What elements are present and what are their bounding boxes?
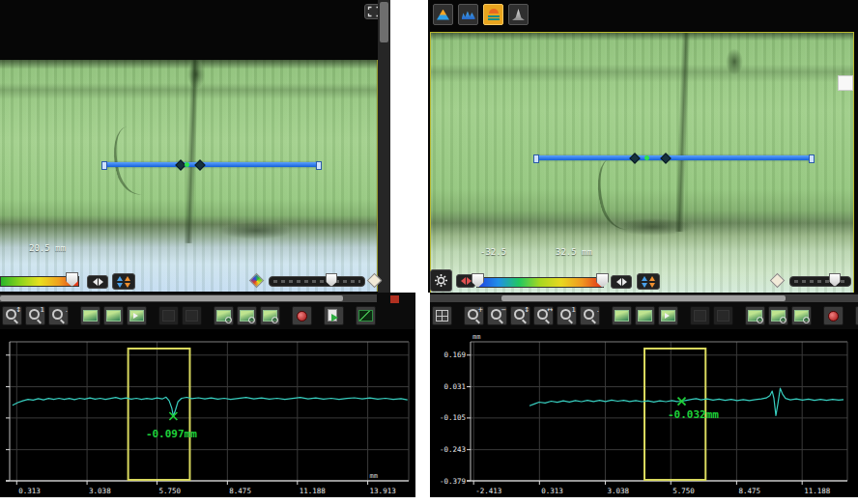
surface-seam [674, 33, 690, 232]
icon-modifier: − [500, 306, 506, 314]
icon-modifier: ↔ [547, 306, 553, 314]
measurement-line[interactable] [103, 162, 320, 167]
color-scale-bar[interactable] [476, 277, 604, 288]
horizontal-scrollbar-thumb[interactable] [501, 295, 786, 301]
zoom-out-icon[interactable]: − [487, 306, 507, 325]
cone-view-button[interactable] [508, 4, 529, 25]
zoom-fit-vertical-icon[interactable]: ↕ [510, 306, 530, 325]
left-surface-image[interactable] [0, 60, 378, 292]
left-profile-chart: 0.3133.0385.7508.47511.18813.913mm-0.097… [0, 329, 415, 497]
icon-modifier: ↕ [524, 306, 529, 314]
profile-line [13, 397, 408, 416]
region-expand-icon[interactable] [791, 306, 812, 325]
region-zoom-icon[interactable] [214, 306, 234, 325]
vertical-scrollbar-thumb[interactable] [380, 2, 388, 42]
x-tick-label: 3.038 [89, 487, 111, 495]
region-zoom-icon[interactable] [745, 306, 765, 325]
layout-grid-icon[interactable] [432, 306, 452, 325]
fit-scale-button-2[interactable] [611, 275, 632, 289]
zoom-in-icon[interactable]: + [464, 306, 484, 325]
y-tick-label: -0.105 [440, 413, 466, 422]
sync-tool-icon[interactable] [182, 306, 202, 325]
view-height-map-icon[interactable] [612, 306, 632, 325]
view-texture-icon[interactable] [635, 306, 655, 325]
zoom-previous-icon[interactable]: . [48, 306, 69, 325]
sort-order-button[interactable] [112, 273, 135, 290]
icon-modifier: + [477, 306, 483, 314]
x-tick-label: 3.038 [607, 487, 629, 495]
measurement-line[interactable] [535, 155, 813, 160]
region-select-icon[interactable] [237, 306, 257, 325]
line-center-point-icon[interactable] [185, 162, 189, 167]
settings-gear-icon[interactable] [430, 269, 452, 292]
range-slider[interactable] [269, 276, 365, 287]
line-endpoint-marker-icon[interactable] [194, 159, 205, 170]
divider-handle[interactable] [390, 295, 399, 303]
line-endpoint-marker-icon[interactable] [660, 153, 671, 163]
view-texture-icon[interactable] [103, 306, 124, 325]
x-tick-label: 0.313 [541, 487, 563, 495]
layered-surface-icon [488, 9, 500, 20]
horizontal-scrollbar[interactable] [0, 294, 377, 302]
y-axis-unit-label: mm [472, 333, 480, 341]
measure-region-box[interactable] [129, 349, 190, 480]
view-mode-toolbar [433, 4, 529, 25]
zoom-one-to-one-icon[interactable]: 1 [557, 306, 577, 325]
view-animation-icon[interactable] [127, 306, 147, 325]
record-icon[interactable] [823, 306, 844, 325]
inspection-app-window: 20.5 mm [0, 0, 858, 504]
zoom-fit-horizontal-icon[interactable]: ↔ [533, 306, 554, 325]
compare-tool-icon[interactable] [690, 306, 710, 325]
compare-tool-icon[interactable] [158, 306, 179, 325]
zoom-one-to-one-icon[interactable]: 1 [25, 306, 45, 325]
y-tick-label: 0.031 [443, 382, 466, 391]
surface-smudge [613, 218, 694, 236]
y-tick-label: 0.169 [443, 350, 466, 359]
color-scale-label: 20.5 mm [29, 243, 66, 253]
x-tick-label: -2.413 [475, 487, 501, 495]
zoom-previous-icon[interactable]: . [580, 306, 600, 325]
export-report-icon[interactable] [324, 306, 344, 325]
view-height-map-icon[interactable] [80, 306, 100, 325]
right-profile-chart: -2.4130.3133.0385.7508.47511.1880.1690.0… [430, 329, 858, 497]
horizontal-scrollbar-thumb[interactable] [0, 295, 343, 301]
right-image-panel: -32.5 32.5 mm [428, 0, 858, 293]
horizontal-scrollbar[interactable] [430, 294, 858, 302]
record-icon[interactable] [292, 306, 312, 325]
vertical-scrollbar[interactable] [378, 0, 390, 293]
sort-order-button[interactable] [637, 273, 660, 290]
mini-preview-chip[interactable] [838, 75, 853, 91]
surface-smudge [220, 222, 292, 239]
left-toolbar: ↕1. [0, 293, 415, 329]
region-expand-icon[interactable] [260, 306, 280, 325]
icon-modifier: . [597, 306, 599, 314]
x-tick-label: 8.475 [229, 487, 251, 495]
view-animation-icon[interactable] [658, 306, 678, 325]
surface-pit [187, 60, 205, 89]
rainbow-mountain-icon [437, 10, 449, 20]
surface-pit [726, 48, 743, 75]
height-map-view-button[interactable] [433, 4, 453, 25]
profile-wave-view-button[interactable] [458, 4, 478, 25]
icon-modifier: ↕ [15, 306, 21, 314]
fit-scale-button[interactable] [87, 275, 108, 289]
cone-3d-icon [512, 9, 525, 20]
sync-tool-icon[interactable] [713, 306, 733, 325]
measurement-value-label: -0.097mm [146, 428, 197, 440]
profile-analysis-icon[interactable] [356, 306, 376, 325]
left-image-panel: 20.5 mm [0, 0, 390, 293]
icon-modifier: 1 [572, 306, 576, 314]
profile-chart-canvas: -2.4130.3133.0385.7508.47511.1880.1690.0… [430, 329, 858, 497]
profile-chart-canvas: 0.3133.0385.7508.47511.18813.913mm-0.097… [0, 329, 415, 497]
range-slider[interactable] [789, 276, 851, 287]
color-scale-max-label: 32.5 mm [556, 247, 592, 257]
x-tick-label: 11.188 [300, 487, 327, 495]
icon-modifier: 1 [41, 306, 44, 314]
region-select-icon[interactable] [768, 306, 788, 325]
x-tick-label: 5.750 [159, 487, 182, 495]
line-center-point-icon[interactable] [644, 155, 649, 160]
zoom-fit-vertical-icon[interactable]: ↕ [2, 306, 22, 325]
measurement-value-label: -0.032mm [668, 408, 719, 421]
layer-view-button[interactable] [483, 4, 503, 25]
color-scale-min-label: -32.5 [480, 247, 506, 257]
